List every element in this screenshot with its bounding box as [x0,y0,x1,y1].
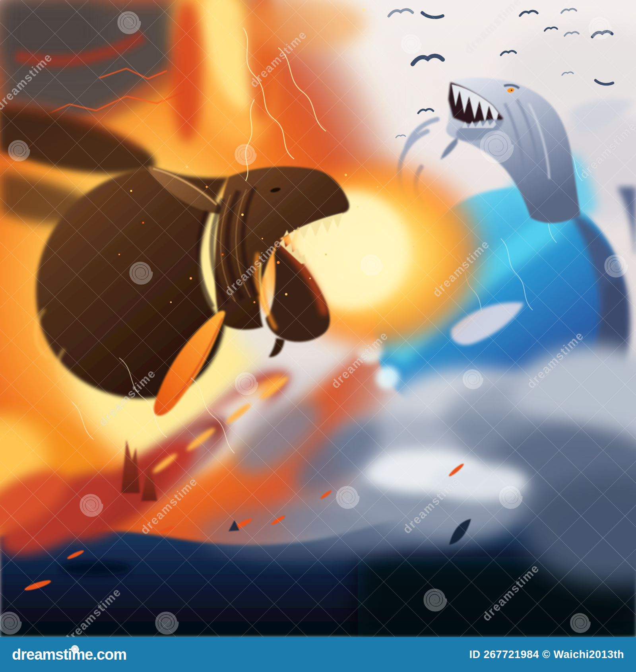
image-credit: ID 267721984 © Waichi2013th [469,649,624,661]
dreamstime-spiral-icon [71,641,80,656]
stock-photo-preview: dreamstimedreamstimedreamstimedreamstime… [0,0,636,672]
artwork [0,0,636,637]
watermark-spiral-icon [71,645,80,653]
watermark-footer-bar: dreamstime.com ID 267721984 © Waichi2013… [0,637,636,672]
dreamstime-logo-text: dreamstime.com [12,646,126,663]
dreamstime-logo: dreamstime.com [12,647,126,662]
